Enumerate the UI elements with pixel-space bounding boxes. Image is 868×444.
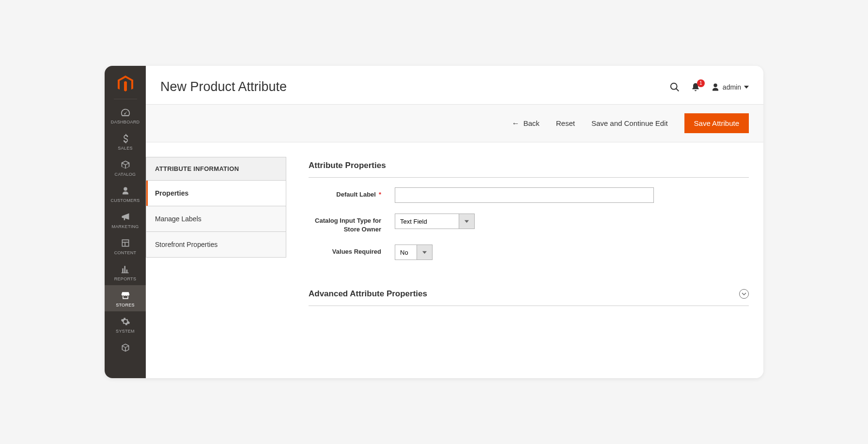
- attribute-info-tabs: ATTRIBUTE INFORMATION Properties Manage …: [146, 157, 286, 378]
- notification-icon[interactable]: 1: [691, 82, 700, 92]
- megaphone-icon: [120, 212, 131, 222]
- required-star: *: [379, 191, 381, 198]
- nav-label: STORES: [116, 303, 135, 307]
- field-values-required: Values Required No: [309, 245, 749, 260]
- user-name: admin: [723, 83, 741, 91]
- nav-divider: [114, 99, 137, 99]
- main-content: New Product Attribute 1 admin ← Ba: [146, 66, 763, 378]
- tab-properties[interactable]: Properties: [146, 181, 286, 206]
- nav-label: CUSTOMERS: [110, 198, 140, 203]
- layout-icon: [120, 238, 131, 248]
- content-area: ATTRIBUTE INFORMATION Properties Manage …: [146, 142, 763, 378]
- nav-catalog[interactable]: CATALOG: [105, 154, 146, 181]
- package-icon: [120, 342, 131, 353]
- page-title: New Product Attribute: [160, 79, 287, 94]
- label-values-required: Values Required: [309, 245, 395, 256]
- notif-badge: 1: [697, 79, 705, 87]
- magento-logo-icon[interactable]: [117, 76, 134, 93]
- gear-icon: [120, 316, 131, 327]
- input-type-select[interactable]: Text Field: [395, 214, 475, 229]
- svg-line-1: [676, 88, 679, 91]
- nav-customers[interactable]: CUSTOMERS: [105, 181, 146, 207]
- save-continue-button[interactable]: Save and Continue Edit: [591, 119, 668, 127]
- admin-window: DASHBOARD SALES CATALOG CUSTOMERS MARKET…: [105, 66, 763, 378]
- values-required-select[interactable]: No: [395, 245, 433, 260]
- field-input-type: Catalog Input Type for Store Owner Text …: [309, 214, 749, 234]
- nav-content[interactable]: CONTENT: [105, 233, 146, 259]
- nav-sales[interactable]: SALES: [105, 128, 146, 154]
- chevron-down-icon: [459, 214, 474, 229]
- person-icon: [120, 185, 131, 196]
- store-icon: [120, 290, 131, 301]
- nav-label: REPORTS: [114, 276, 136, 281]
- chevron-down-icon: [744, 85, 749, 90]
- values-required-value: No: [395, 245, 417, 260]
- nav-stores[interactable]: STORES: [105, 285, 146, 311]
- label-input-type: Catalog Input Type for Store Owner: [309, 214, 395, 234]
- svg-point-0: [671, 83, 677, 89]
- dollar-icon: [120, 133, 131, 144]
- nav-label: SYSTEM: [116, 329, 135, 334]
- search-icon[interactable]: [669, 82, 680, 92]
- chevron-down-icon: [417, 245, 432, 260]
- page-header: New Product Attribute 1 admin: [146, 66, 763, 104]
- nav-label: CONTENT: [114, 250, 137, 255]
- user-menu[interactable]: admin: [711, 83, 749, 92]
- nav-system[interactable]: SYSTEM: [105, 311, 146, 337]
- nav-label: DASHBOARD: [111, 120, 140, 124]
- tab-manage-labels[interactable]: Manage Labels: [146, 206, 286, 232]
- advanced-title: Advanced Attribute Properties: [309, 289, 427, 299]
- nav-reports[interactable]: REPORTS: [105, 259, 146, 285]
- form-area: Attribute Properties Default Label* Cata…: [309, 157, 749, 378]
- box-icon: [120, 159, 131, 170]
- action-bar: ← Back Reset Save and Continue Edit Save…: [146, 104, 763, 142]
- tabs-header: ATTRIBUTE INFORMATION: [146, 157, 286, 181]
- nav-label: SALES: [118, 146, 133, 151]
- field-default-label: Default Label*: [309, 187, 749, 203]
- arrow-left-icon: ←: [512, 119, 519, 128]
- tab-storefront-properties[interactable]: Storefront Properties: [146, 232, 286, 258]
- nav-dashboard[interactable]: DASHBOARD: [105, 102, 146, 128]
- main-sidebar: DASHBOARD SALES CATALOG CUSTOMERS MARKET…: [105, 66, 146, 378]
- nav-extensions[interactable]: [105, 337, 146, 359]
- reset-label: Reset: [556, 119, 575, 127]
- chart-icon: [120, 264, 131, 275]
- back-label: Back: [523, 119, 539, 127]
- back-button[interactable]: ← Back: [512, 119, 539, 128]
- nav-label: CATALOG: [115, 172, 136, 177]
- user-icon: [711, 83, 720, 92]
- save-continue-label: Save and Continue Edit: [591, 119, 668, 127]
- default-label-input[interactable]: [395, 187, 654, 203]
- nav-label: MARKETING: [111, 224, 139, 229]
- header-actions: 1 admin: [669, 82, 749, 92]
- expand-icon: [739, 289, 749, 299]
- label-default-label: Default Label*: [309, 187, 395, 199]
- reset-button[interactable]: Reset: [556, 119, 575, 127]
- save-attribute-button[interactable]: Save Attribute: [684, 113, 749, 133]
- nav-marketing[interactable]: MARKETING: [105, 207, 146, 233]
- input-type-value: Text Field: [395, 214, 459, 229]
- section-attribute-properties: Attribute Properties: [309, 161, 749, 178]
- section-advanced-properties[interactable]: Advanced Attribute Properties: [309, 289, 749, 306]
- gauge-icon: [120, 107, 131, 118]
